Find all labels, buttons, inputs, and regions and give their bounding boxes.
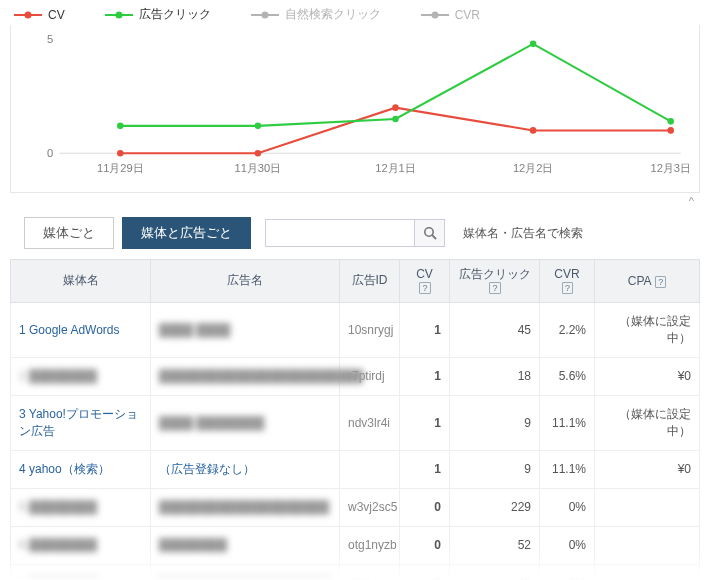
cell-cvr: 0% [540,526,595,564]
search-hint: 媒体名・広告名で検索 [463,225,583,242]
cell-cv: 1 [400,395,450,450]
cell-click: 229 [450,488,540,526]
filter-controls: 媒体ごと 媒体と広告ごと 媒体名・広告名で検索 [10,209,700,259]
th-ad[interactable]: 広告名 [151,260,340,303]
svg-point-17 [255,150,262,157]
help-icon[interactable]: ? [419,282,430,294]
help-icon[interactable]: ? [562,282,573,294]
svg-text:0: 0 [47,147,53,159]
cell-ad[interactable]: ████ ████████ [151,395,340,450]
table-row: 3 Yahoo!プロモーション広告████ ████████ndv3lr4i19… [11,395,700,450]
legend-adclick-label: 広告クリック [139,6,211,23]
cell-ad[interactable]: ████████ [151,526,340,564]
cell-media[interactable]: 5 ████████ [11,488,151,526]
cell-cv: 0 [400,564,450,580]
tab-by-media[interactable]: 媒体ごと [24,217,114,249]
svg-point-1 [25,11,32,18]
results-table: 媒体名 広告名 広告ID CV? 広告クリック? CVR? CPA ? 1 Go… [10,259,700,580]
cell-ad[interactable]: ████ ████ [151,302,340,357]
svg-point-3 [115,11,122,18]
chart-collapse-toggle[interactable]: ^ [10,193,700,209]
svg-point-22 [255,123,262,130]
cell-ad[interactable]: ████████████████████ [151,488,340,526]
th-media[interactable]: 媒体名 [11,260,151,303]
cell-media[interactable]: 4 yahoo（検索） [11,450,151,488]
legend-cv-icon [14,10,42,20]
chart-area: 0511月29日11月30日12月1日12月2日12月3日 [10,25,700,193]
svg-text:12月3日: 12月3日 [651,162,689,174]
cell-cpa [595,488,700,526]
th-cpa[interactable]: CPA ? [595,260,700,303]
th-adclick[interactable]: 広告クリック? [450,260,540,303]
svg-point-26 [424,228,432,236]
cell-adid: 10snrygj [340,302,400,357]
table-header-row: 媒体名 広告名 広告ID CV? 広告クリック? CVR? CPA ? [11,260,700,303]
chart-legend: CV 広告クリック 自然検索クリック CVR [10,0,700,25]
cell-click: 49 [450,564,540,580]
th-cvr[interactable]: CVR? [540,260,595,303]
legend-cvr[interactable]: CVR [421,8,480,22]
line-chart: 0511月29日11月30日12月1日12月2日12月3日 [39,31,689,176]
legend-organic-icon [251,10,279,20]
cell-cv: 0 [400,526,450,564]
svg-point-21 [117,123,124,130]
tab-by-media-ad[interactable]: 媒体と広告ごと [122,217,251,249]
cell-media[interactable]: 3 Yahoo!プロモーション広告 [11,395,151,450]
help-icon[interactable]: ? [655,276,666,288]
svg-point-25 [667,118,674,125]
legend-cvr-icon [421,10,449,20]
svg-point-19 [530,127,537,134]
cell-adid [340,450,400,488]
legend-cvr-label: CVR [455,8,480,22]
cell-adid: d9jfefrn [340,564,400,580]
cell-click: 45 [450,302,540,357]
legend-organic[interactable]: 自然検索クリック [251,6,381,23]
svg-point-16 [117,150,124,157]
cell-cv: 1 [400,357,450,395]
search-input[interactable] [265,219,415,247]
cell-click: 9 [450,450,540,488]
svg-point-24 [530,41,537,48]
table-row: 7 ████████████████████████████d9jfefrn04… [11,564,700,580]
svg-text:11月30日: 11月30日 [235,162,282,174]
search-button[interactable] [415,219,445,247]
th-adid[interactable]: 広告ID [340,260,400,303]
cell-media[interactable]: 1 Google AdWords [11,302,151,357]
table-row: 5 ████████████████████████████w3vj2sc502… [11,488,700,526]
search-icon [423,226,437,240]
svg-text:12月1日: 12月1日 [375,162,415,174]
cell-cv: 0 [400,488,450,526]
svg-line-27 [432,235,436,239]
table-row: 2 ████████████████████████████████r7ptir… [11,357,700,395]
cell-adid: w3vj2sc5 [340,488,400,526]
cell-click: 52 [450,526,540,564]
svg-point-18 [392,104,398,111]
svg-text:12月2日: 12月2日 [513,162,553,174]
cell-ad[interactable]: （広告登録なし） [151,450,340,488]
svg-text:5: 5 [47,33,53,45]
th-cv[interactable]: CV? [400,260,450,303]
cell-click: 18 [450,357,540,395]
svg-point-23 [392,116,398,123]
table-row: 4 yahoo（検索）（広告登録なし）1911.1%¥0 [11,450,700,488]
help-icon[interactable]: ? [489,282,500,294]
cell-cvr: 0% [540,488,595,526]
legend-cv[interactable]: CV [14,8,65,22]
cell-cpa [595,526,700,564]
cell-cpa: ¥0 [595,450,700,488]
cell-cvr: 5.6% [540,357,595,395]
cell-cpa: （媒体に設定中） [595,395,700,450]
cell-cv: 1 [400,302,450,357]
cell-cpa [595,564,700,580]
legend-adclick[interactable]: 広告クリック [105,6,211,23]
cell-media[interactable]: 2 ████████ [11,357,151,395]
svg-point-7 [431,11,438,18]
cell-media[interactable]: 6 ████████ [11,526,151,564]
cell-click: 9 [450,395,540,450]
cell-media[interactable]: 7 ████████ [11,564,151,580]
cell-ad[interactable]: ████████████████████ [151,564,340,580]
legend-organic-label: 自然検索クリック [285,6,381,23]
cell-adid: ndv3lr4i [340,395,400,450]
cell-ad[interactable]: ████████████████████████ [151,357,340,395]
svg-point-5 [261,11,268,18]
